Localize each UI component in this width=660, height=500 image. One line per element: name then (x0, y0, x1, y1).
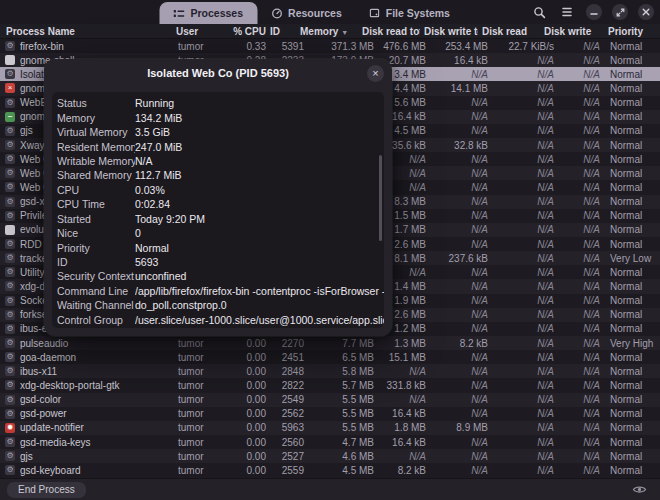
gear-icon: ⚙ (5, 324, 15, 334)
column-header-user[interactable]: User (172, 26, 228, 37)
cell-prio: Normal (604, 380, 660, 391)
cell-prio: Normal (604, 267, 660, 278)
gear-icon: ⚙ (5, 352, 15, 362)
menu-icon[interactable] (558, 3, 576, 21)
tab-file-systems[interactable]: File Systems (356, 2, 464, 24)
table-row[interactable]: ⚙gsd-powertumor0.0025625.5 MB16.4 kBN/AN… (0, 407, 660, 421)
cell-dwt: 16.4 kB (430, 55, 492, 66)
cell-dw: N/A (558, 281, 604, 292)
cell-id: 2822 (270, 380, 308, 391)
cell-mem: 4.7 MB (308, 437, 378, 448)
cell-prio: Normal (604, 437, 660, 448)
cell-dr: N/A (492, 451, 558, 462)
close-icon[interactable] (638, 4, 654, 20)
cell-dr: N/A (492, 295, 558, 306)
cell-dr: N/A (492, 437, 558, 448)
cell-dw: N/A (558, 437, 604, 448)
dialog-close-button[interactable]: × (367, 65, 384, 82)
resources-icon (271, 8, 282, 19)
cell-drt: 1.8 MB (378, 422, 430, 433)
cell-prio: Very High (604, 338, 660, 349)
column-header-drt[interactable]: Disk read total (358, 26, 420, 37)
column-header-id[interactable]: ID (266, 26, 296, 37)
cell-prio: Normal (604, 168, 660, 179)
table-row[interactable]: ⚙pulseaudiotumor0.0022707.7 MB1.3 MB8.2 … (0, 336, 660, 350)
table-row[interactable]: ⚙gjstumor0.0025274.6 MBN/AN/AN/AN/ANorma… (0, 449, 660, 463)
cell-dr: N/A (492, 224, 558, 235)
table-row[interactable]: ✹update-notifiertumor0.0059635.5 MB1.8 M… (0, 421, 660, 435)
table-row[interactable]: ⚙gsd-media-keystumor0.0025604.7 MB16.4 k… (0, 435, 660, 449)
gear-icon: ⚙ (5, 126, 15, 136)
table-row[interactable]: ⚙xdg-desktop-portal-gtktumor0.0028225.7 … (0, 378, 660, 392)
cell-drt: N/A (378, 366, 430, 377)
cell-dwt: 14.1 MB (430, 83, 492, 94)
cell-cpu: 0.00 (222, 451, 270, 462)
cell-dwt: 237.6 kB (430, 253, 492, 264)
cell-prio: Normal (604, 323, 660, 334)
property-row: Control Group/user.slice/user-1000.slice… (57, 313, 384, 327)
file-systems-icon (370, 8, 380, 18)
minimize-icon[interactable] (586, 4, 602, 20)
column-header-dr[interactable]: Disk read (478, 26, 540, 37)
process-name-cell: ⚙gjs (0, 451, 172, 462)
cell-dwt: N/A (430, 239, 492, 250)
cell-dr: N/A (492, 352, 558, 363)
cell-dw: N/A (558, 267, 604, 278)
cell-dw: N/A (558, 451, 604, 462)
process-name-cell: ⚙xdg-desktop-portal-gtk (0, 380, 172, 391)
maximize-icon[interactable] (612, 4, 628, 20)
search-icon[interactable] (530, 3, 548, 21)
table-row[interactable]: ⚙gsd-colortumor0.0025495.5 MBN/AN/AN/AN/… (0, 393, 660, 407)
cell-cpu: 0.00 (222, 380, 270, 391)
property-row: Memory134.2 MiB (57, 110, 384, 124)
cell-dwt: N/A (430, 309, 492, 320)
column-header-dw[interactable]: Disk write (540, 26, 604, 37)
cell-dr: N/A (492, 111, 558, 122)
gear-icon: ⚙ (5, 310, 15, 320)
property-row: Resident Memory247.0 MiB (57, 139, 384, 153)
action-bar: End Process (0, 478, 660, 500)
column-header-dwt[interactable]: Disk write total (420, 26, 478, 37)
column-header-mem[interactable]: Memory▼ (296, 26, 358, 37)
cell-mem: 5.5 MB (308, 422, 378, 433)
tab-processes[interactable]: Processes (160, 2, 258, 24)
cell-prio: Normal (604, 295, 660, 306)
cell-dr: N/A (492, 323, 558, 334)
sort-descending-icon: ▼ (341, 29, 348, 36)
cell-drt: 16.4 kB (378, 408, 430, 419)
process-name-cell: ⚙gsd-power (0, 408, 172, 419)
table-row[interactable]: ⚙firefox-bintumor0.335391371.3 MB476.6 M… (0, 39, 660, 53)
cell-dw: N/A (558, 253, 604, 264)
cell-dr: N/A (492, 267, 558, 278)
evolution-icon (5, 225, 15, 235)
cell-dw: N/A (558, 352, 604, 363)
cell-id: 2451 (270, 352, 308, 363)
cell-prio: Normal (604, 125, 660, 136)
end-process-button[interactable]: End Process (7, 482, 86, 498)
dialog-scrollbar[interactable] (379, 155, 382, 241)
property-row: Writable MemoryN/A (57, 154, 384, 168)
show-eye-icon[interactable] (626, 483, 653, 496)
cell-mem: 5.5 MB (308, 394, 378, 405)
table-row[interactable]: ⚙gsd-keyboardtumor0.0025594.5 MB8.2 kBN/… (0, 463, 660, 477)
cell-user: tumor (172, 366, 222, 377)
table-row[interactable]: ⚙goa-daemontumor0.0024516.5 MB15.1 MBN/A… (0, 350, 660, 364)
table-row[interactable]: ⚙ibus-x11tumor0.0028485.8 MBN/AN/AN/AN/A… (0, 364, 660, 378)
cell-dw: N/A (558, 97, 604, 108)
cell-dr: N/A (492, 338, 558, 349)
column-header-name[interactable]: Process Name (0, 26, 172, 37)
property-row: Command Line/app/lib/firefox/firefox-bin… (57, 284, 384, 298)
cell-dr: N/A (492, 380, 558, 391)
column-header-prio[interactable]: Priority (604, 26, 660, 37)
process-name-cell: ✹update-notifier (0, 422, 172, 433)
cell-drt: 8.2 kB (378, 465, 430, 476)
column-header-cpu[interactable]: % CPU (228, 26, 266, 37)
cell-prio: Normal (604, 111, 660, 122)
cell-dw: N/A (558, 380, 604, 391)
cell-dwt: N/A (430, 323, 492, 334)
cell-prio: Normal (604, 210, 660, 221)
tab-resources[interactable]: Resources (257, 2, 356, 24)
cell-dw: N/A (558, 125, 604, 136)
gear-icon: ⚙ (5, 41, 15, 51)
cell-dwt: 253.4 MB (430, 41, 492, 52)
